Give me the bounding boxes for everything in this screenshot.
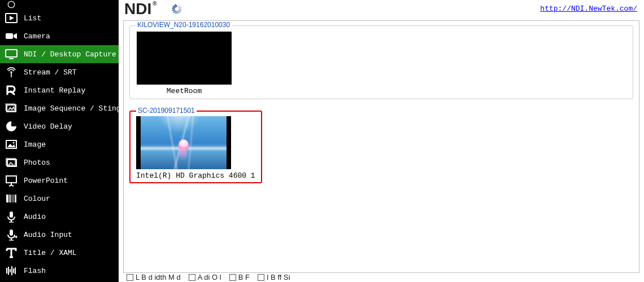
sidebar-item-photos[interactable]: Photos xyxy=(0,153,119,171)
sidebar-item-label: Colour xyxy=(24,195,50,203)
sidebar-item-label: Title / XAML xyxy=(24,249,77,257)
sidebar-item-label: Photos xyxy=(24,158,50,167)
main-panel: NDI® http://NDI.NewTek.com/ KILOVIEW_N20… xyxy=(119,0,644,282)
sidebar-item-label: Camera xyxy=(24,32,50,41)
svg-rect-12 xyxy=(6,176,16,183)
thumbnail-preview xyxy=(137,32,232,85)
stripes-icon xyxy=(5,192,18,205)
checkbox-icon[interactable] xyxy=(229,274,236,281)
mic-arrow-icon xyxy=(5,228,18,241)
footer-label: L B d idth M d xyxy=(136,273,181,281)
sidebar-item-title-xaml[interactable]: Title / XAML xyxy=(0,244,119,262)
play-frame-icon xyxy=(5,11,18,25)
sidebar-item-label: NDI / Desktop Capture xyxy=(24,50,116,59)
sidebar-item-label: PowerPoint xyxy=(24,177,68,185)
monitor-icon xyxy=(5,47,18,61)
svg-rect-13 xyxy=(6,195,8,202)
footer-option-1[interactable]: L B d idth M d xyxy=(127,273,181,281)
header: NDI® http://NDI.NewTek.com/ xyxy=(119,0,644,18)
checkbox-icon[interactable] xyxy=(189,274,195,281)
logo-text: NDI xyxy=(124,0,151,17)
group-kiloview[interactable]: KILOVIEW_N20-19162010030 MeetRoom xyxy=(129,25,633,99)
svg-rect-15 xyxy=(12,195,14,202)
footer-label: I B ff Si xyxy=(267,273,290,281)
sidebar-item-stream-srt[interactable]: Stream / SRT xyxy=(0,63,119,81)
sidebar: List Camera NDI / Desktop Capture Stream… xyxy=(0,0,119,282)
svg-rect-5 xyxy=(11,73,12,77)
registered-mark: ® xyxy=(153,1,156,7)
checkbox-icon[interactable] xyxy=(127,274,133,281)
group-sc-selected[interactable]: SC-201909171501 Intel(R) HD Graphics 460… xyxy=(129,111,262,183)
svg-rect-3 xyxy=(9,58,14,59)
virtual-set-icon xyxy=(5,279,18,282)
sidebar-item-flash[interactable]: Flash xyxy=(0,262,119,280)
footer-options: L B d idth M d A di O l B F I B ff Si xyxy=(119,273,644,282)
sidebar-item-label: Image xyxy=(24,140,46,149)
ndi-logo: NDI® xyxy=(124,1,156,17)
source-list-panel: KILOVIEW_N20-19162010030 MeetRoom SC-201… xyxy=(123,20,639,273)
sidebar-item-image-sequence[interactable]: Image Sequence / Stinger xyxy=(0,99,119,117)
svg-rect-19 xyxy=(9,222,14,223)
thumbnail-caption: MeetRoom xyxy=(137,87,232,95)
footer-label: B F xyxy=(238,273,250,281)
sidebar-item-list[interactable]: List xyxy=(0,9,119,27)
sidebar-item-instant-replay[interactable]: Instant Replay xyxy=(0,81,119,99)
svg-rect-21 xyxy=(11,238,12,240)
delay-clock-icon xyxy=(5,120,18,133)
footer-option-2[interactable]: A di O l xyxy=(189,273,221,281)
thumbnail-preview xyxy=(136,116,231,169)
sidebar-item-image[interactable]: Image xyxy=(0,135,119,153)
sidebar-item-partial-top[interactable] xyxy=(0,0,119,9)
sidebar-item-label: List xyxy=(24,14,41,23)
sidebar-item-label: Flash xyxy=(24,267,46,275)
checkbox-icon[interactable] xyxy=(258,274,264,281)
photos-icon xyxy=(5,156,18,169)
sidebar-item-video-delay[interactable]: Video Delay xyxy=(0,117,119,135)
sidebar-item-audio[interactable]: Audio xyxy=(0,208,119,226)
source-thumbnail[interactable]: Intel(R) HD Graphics 4600 1 xyxy=(136,116,255,180)
svg-rect-16 xyxy=(15,195,16,202)
thumbnail-caption: Intel(R) HD Graphics 4600 1 xyxy=(136,171,255,180)
svg-rect-26 xyxy=(11,266,12,275)
sidebar-item-label: Video Delay xyxy=(24,122,72,131)
svg-rect-22 xyxy=(9,240,14,241)
sidebar-item-camera[interactable]: Camera xyxy=(0,27,119,45)
title-t-icon xyxy=(5,246,18,259)
sidebar-item-powerpoint[interactable]: PowerPoint xyxy=(0,171,119,190)
sidebar-item-label: Audio xyxy=(24,213,46,221)
sidebar-item-virtual-set[interactable]: Virtual Set xyxy=(0,280,119,282)
svg-rect-23 xyxy=(6,268,7,274)
sidebar-item-label: Stream / SRT xyxy=(24,68,77,77)
group-legend: SC-201909171501 xyxy=(136,107,197,114)
svg-rect-28 xyxy=(15,267,16,274)
svg-rect-27 xyxy=(13,268,14,273)
sidebar-item-ndi-desktop-capture[interactable]: NDI / Desktop Capture xyxy=(0,45,119,63)
sidebar-item-colour[interactable]: Colour xyxy=(0,190,119,208)
loading-spinner-icon xyxy=(170,2,184,16)
image-icon xyxy=(5,138,18,151)
mic-icon xyxy=(5,210,18,223)
presentation-icon xyxy=(5,174,18,187)
svg-rect-20 xyxy=(10,230,13,236)
svg-rect-24 xyxy=(8,267,9,275)
svg-rect-18 xyxy=(11,220,12,222)
ndi-website-link[interactable]: http://NDI.NewTek.com/ xyxy=(540,5,637,13)
svg-rect-25 xyxy=(10,269,11,272)
clock-icon xyxy=(5,0,18,9)
svg-rect-2 xyxy=(6,50,17,57)
sidebar-item-label: Instant Replay xyxy=(24,86,85,95)
antenna-icon xyxy=(5,65,18,79)
bars-icon xyxy=(5,264,18,277)
svg-rect-17 xyxy=(10,211,13,218)
footer-label: A di O l xyxy=(198,273,221,281)
replay-r-icon xyxy=(5,83,18,97)
footer-option-4[interactable]: I B ff Si xyxy=(258,273,290,281)
svg-rect-14 xyxy=(9,195,11,202)
svg-rect-1 xyxy=(6,33,13,39)
source-thumbnail[interactable]: MeetRoom xyxy=(137,32,232,95)
sidebar-item-audio-input[interactable]: Audio Input xyxy=(0,226,119,244)
footer-option-3[interactable]: B F xyxy=(229,273,250,281)
frames-icon xyxy=(5,102,18,115)
svg-point-9 xyxy=(13,142,15,144)
camcorder-icon xyxy=(5,29,18,43)
